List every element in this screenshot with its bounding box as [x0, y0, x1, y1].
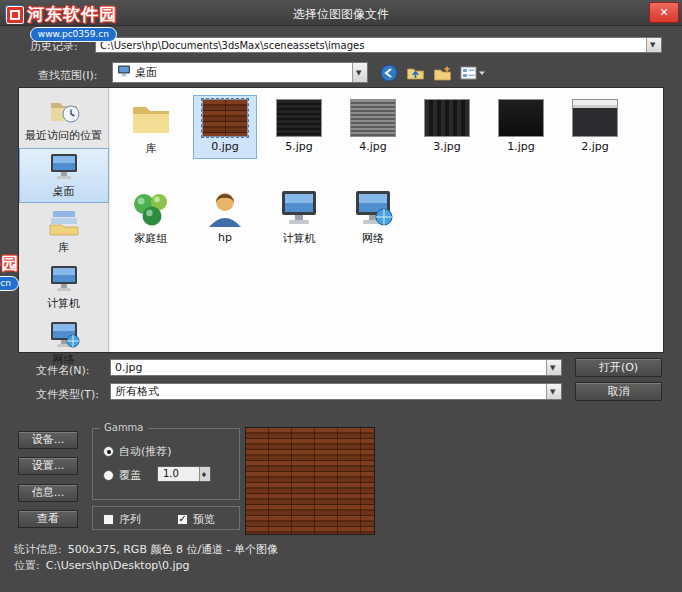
- look-in-label: 查找范围(I):: [38, 68, 98, 83]
- gamma-auto-radio[interactable]: 自动(推荐): [103, 444, 172, 459]
- gamma-value-spinner[interactable]: 1.0: [157, 466, 211, 482]
- look-in-combobox[interactable]: 桌面: [112, 62, 368, 83]
- file-type-value: 所有格式: [115, 384, 159, 399]
- gamma-override-label: 覆盖: [119, 468, 141, 483]
- recent-places-icon: [47, 115, 81, 128]
- history-combobox[interactable]: C:\Users\hp\Documents\3dsMax\sceneassets…: [95, 37, 662, 53]
- close-icon: ✕: [659, 6, 668, 19]
- wood-thumbnail: [202, 99, 248, 137]
- setup-button[interactable]: 设置...: [18, 457, 78, 475]
- file-item-folder[interactable]: 库: [120, 96, 182, 158]
- chevron-down-icon[interactable]: [352, 63, 367, 82]
- location-label: 位置:: [14, 559, 40, 572]
- close-button[interactable]: ✕: [649, 2, 679, 23]
- desktop-mini-icon: [117, 65, 131, 80]
- file-item-user[interactable]: hp: [194, 186, 256, 248]
- chevron-down-icon[interactable]: [646, 38, 661, 52]
- chevron-down-icon[interactable]: [546, 384, 561, 399]
- file-name-label: 文件名(N):: [36, 363, 90, 378]
- file-name-value: 0.jpg: [115, 361, 143, 374]
- place-computer[interactable]: 计算机: [20, 261, 108, 314]
- new-folder-icon[interactable]: [433, 65, 452, 81]
- folder-icon: [120, 99, 182, 140]
- file-item[interactable]: 2.jpg: [564, 96, 626, 158]
- location-value: C:\Users\hp\Desktop\0.jpg: [46, 559, 190, 572]
- place-desktop[interactable]: 桌面: [20, 149, 108, 202]
- bitmap-file-dialog: 选择位图图像文件 ✕ 历史记录: C:\Users\hp\Documents\3…: [0, 0, 682, 592]
- file-item[interactable]: 3.jpg: [416, 96, 478, 158]
- preview-image: [245, 427, 375, 535]
- info-button[interactable]: 信息...: [18, 484, 78, 502]
- watermark-stamp-clipped: 河东软件园 www.pc0359.cn: [0, 252, 19, 291]
- file-item-homegroup[interactable]: 家庭组: [120, 186, 182, 248]
- file-item-network[interactable]: 网络: [342, 186, 404, 248]
- file-label: 3.jpg: [433, 140, 461, 153]
- back-icon[interactable]: [380, 64, 398, 82]
- checkbox-on-icon[interactable]: [177, 514, 188, 525]
- computer-icon: [47, 283, 81, 296]
- file-label: 4.jpg: [359, 140, 387, 153]
- computer-icon: [268, 189, 330, 230]
- sequence-group: 序列 预览: [92, 506, 240, 530]
- file-type-label: 文件类型(T):: [36, 387, 99, 402]
- file-list[interactable]: 库 0.jpg 5.jpg 4.jpg 3.jpg: [110, 88, 663, 352]
- radio-off-icon[interactable]: [103, 470, 114, 481]
- homegroup-icon: [120, 189, 182, 230]
- file-item[interactable]: 4.jpg: [342, 96, 404, 158]
- image-thumbnail: [424, 99, 470, 137]
- image-thumbnail: [572, 99, 618, 137]
- file-label: 0.jpg: [211, 140, 239, 153]
- file-item[interactable]: 1.jpg: [490, 96, 552, 158]
- file-label: 家庭组: [135, 232, 168, 245]
- file-item-computer[interactable]: 计算机: [268, 186, 330, 248]
- user-icon: [194, 189, 256, 230]
- device-button[interactable]: 设备...: [18, 431, 78, 449]
- place-libraries[interactable]: 库: [20, 205, 108, 258]
- file-label: 库: [146, 142, 157, 155]
- place-label: 最近访问的位置: [21, 130, 107, 142]
- gamma-override-radio[interactable]: 覆盖: [103, 468, 141, 483]
- open-button[interactable]: 打开(O): [575, 358, 662, 377]
- spinner-arrows-icon[interactable]: [199, 467, 210, 481]
- view-button[interactable]: 查看: [18, 510, 78, 528]
- history-label: 历史记录:: [30, 39, 78, 54]
- file-label: 2.jpg: [581, 140, 609, 153]
- file-label: 5.jpg: [285, 140, 313, 153]
- network-icon: [47, 339, 81, 352]
- place-label: 桌面: [21, 186, 107, 198]
- gamma-group-label: Gamma: [100, 422, 148, 433]
- preview-label: 预览: [193, 512, 215, 527]
- file-name-combobox[interactable]: 0.jpg: [110, 359, 562, 376]
- file-row-1: 库 0.jpg 5.jpg 4.jpg 3.jpg: [120, 96, 626, 158]
- image-thumbnail: [276, 99, 322, 137]
- sequence-label: 序列: [119, 512, 141, 527]
- file-item[interactable]: 5.jpg: [268, 96, 330, 158]
- place-label: 计算机: [21, 298, 107, 310]
- watermark-site-name: 河东软件园: [0, 252, 19, 275]
- file-type-combobox[interactable]: 所有格式: [110, 383, 562, 400]
- radio-on-icon[interactable]: [103, 446, 114, 457]
- places-bar: 最近访问的位置 桌面 库 计算机: [19, 88, 109, 352]
- statistics-value: 500x375, RGB 颜色 8 位/通道 - 单个图像: [68, 543, 278, 556]
- title-bar[interactable]: 选择位图图像文件 ✕: [0, 0, 682, 26]
- watermark-site-url: www.pc0359.cn: [0, 276, 19, 291]
- sequence-checkbox[interactable]: 序列: [103, 512, 141, 527]
- explorer-panel: 最近访问的位置 桌面 库 计算机: [18, 87, 664, 353]
- statistics-label: 统计信息:: [14, 543, 62, 556]
- gamma-auto-label: 自动(推荐): [119, 444, 172, 459]
- file-item-selected[interactable]: 0.jpg: [194, 96, 256, 158]
- view-menu-icon[interactable]: [460, 65, 486, 81]
- statistics-line: 统计信息:500x375, RGB 颜色 8 位/通道 - 单个图像: [14, 542, 278, 557]
- window-title: 选择位图图像文件: [0, 6, 682, 23]
- checkbox-off-icon[interactable]: [103, 514, 114, 525]
- image-thumbnail: [498, 99, 544, 137]
- preview-checkbox[interactable]: 预览: [177, 512, 215, 527]
- cancel-button[interactable]: 取消: [575, 382, 662, 401]
- up-one-level-icon[interactable]: [406, 65, 425, 81]
- place-label: 库: [21, 242, 107, 254]
- place-recent[interactable]: 最近访问的位置: [20, 93, 108, 146]
- chevron-down-icon[interactable]: [546, 360, 561, 375]
- file-label: hp: [218, 231, 232, 244]
- file-row-2: 家庭组 hp 计算机: [120, 186, 404, 248]
- history-value: C:\Users\hp\Documents\3dsMax\sceneassets…: [100, 40, 364, 51]
